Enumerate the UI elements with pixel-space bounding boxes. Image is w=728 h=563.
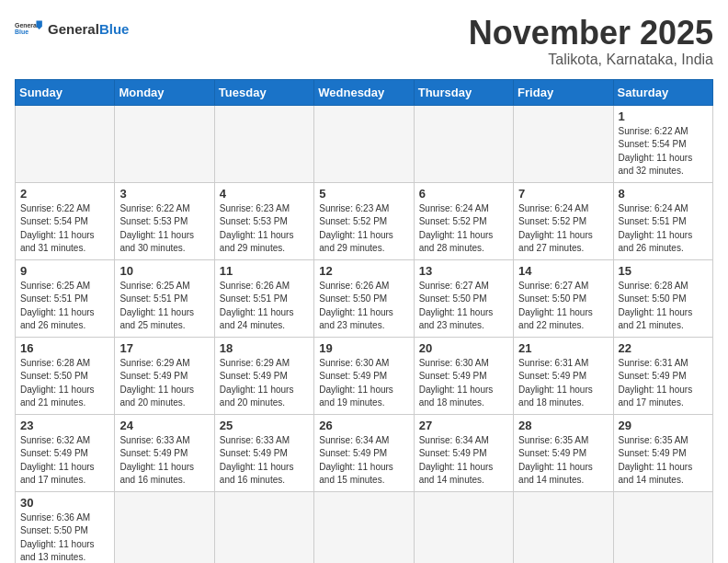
day-info: Sunrise: 6:32 AM Sunset: 5:49 PM Dayligh… [20,434,109,488]
day-info: Sunrise: 6:34 AM Sunset: 5:49 PM Dayligh… [319,434,408,488]
table-row: 23Sunrise: 6:32 AM Sunset: 5:49 PM Dayli… [16,414,115,491]
table-row [214,105,313,182]
day-info: Sunrise: 6:22 AM Sunset: 5:54 PM Dayligh… [619,125,708,178]
day-number: 17 [119,341,209,355]
table-row: 19Sunrise: 6:30 AM Sunset: 5:49 PM Dayli… [314,337,414,414]
day-number: 14 [518,264,608,278]
table-row: 7Sunrise: 6:24 AM Sunset: 5:52 PM Daylig… [514,182,613,259]
day-info: Sunrise: 6:26 AM Sunset: 5:51 PM Dayligh… [220,280,309,333]
logo-icon: GeneralBlue [15,15,44,44]
day-info: Sunrise: 6:31 AM Sunset: 5:49 PM Dayligh… [619,357,708,410]
table-row: 25Sunrise: 6:33 AM Sunset: 5:49 PM Dayli… [214,414,313,491]
day-info: Sunrise: 6:30 AM Sunset: 5:49 PM Dayligh… [419,357,508,410]
calendar-row: 16Sunrise: 6:28 AM Sunset: 5:50 PM Dayli… [16,337,713,414]
table-row: 12Sunrise: 6:26 AM Sunset: 5:50 PM Dayli… [314,259,414,337]
header-wednesday: Wednesday [314,79,414,105]
table-row: 22Sunrise: 6:31 AM Sunset: 5:49 PM Dayli… [613,337,712,414]
day-info: Sunrise: 6:26 AM Sunset: 5:50 PM Dayligh… [319,280,408,333]
day-number: 29 [619,419,708,432]
table-row: 24Sunrise: 6:33 AM Sunset: 5:49 PM Dayli… [115,414,214,491]
day-number: 19 [319,341,408,355]
day-info: Sunrise: 6:25 AM Sunset: 5:51 PM Dayligh… [119,280,209,333]
table-row: 3Sunrise: 6:22 AM Sunset: 5:53 PM Daylig… [115,182,214,259]
table-row: 14Sunrise: 6:27 AM Sunset: 5:50 PM Dayli… [514,259,613,337]
day-number: 9 [20,264,109,278]
header-saturday: Saturday [613,79,712,105]
day-info: Sunrise: 6:27 AM Sunset: 5:50 PM Dayligh… [419,280,508,333]
day-number: 8 [619,187,708,201]
day-info: Sunrise: 6:23 AM Sunset: 5:53 PM Dayligh… [220,202,309,256]
table-row [115,491,214,563]
logo-blue: Blue [99,21,130,37]
table-row: 27Sunrise: 6:34 AM Sunset: 5:49 PM Dayli… [414,414,513,491]
day-number: 5 [319,187,408,201]
table-row: 20Sunrise: 6:30 AM Sunset: 5:49 PM Dayli… [414,337,513,414]
day-number: 20 [419,341,508,355]
title-area: November 2025 Talikota, Karnataka, India [469,15,713,68]
table-row [613,491,712,563]
table-row: 6Sunrise: 6:24 AM Sunset: 5:52 PM Daylig… [414,182,513,259]
table-row [514,105,613,182]
day-number: 16 [20,341,109,355]
table-row: 5Sunrise: 6:23 AM Sunset: 5:52 PM Daylig… [314,182,414,259]
header-monday: Monday [115,79,214,105]
day-number: 25 [220,419,309,432]
day-info: Sunrise: 6:25 AM Sunset: 5:51 PM Dayligh… [20,280,109,333]
table-row: 17Sunrise: 6:29 AM Sunset: 5:49 PM Dayli… [115,337,214,414]
day-info: Sunrise: 6:29 AM Sunset: 5:49 PM Dayligh… [119,357,209,410]
day-info: Sunrise: 6:24 AM Sunset: 5:52 PM Dayligh… [419,202,508,256]
day-number: 30 [20,496,109,510]
day-info: Sunrise: 6:22 AM Sunset: 5:54 PM Dayligh… [20,202,109,256]
header-row: Sunday Monday Tuesday Wednesday Thursday… [16,79,713,105]
header-tuesday: Tuesday [214,79,313,105]
header-thursday: Thursday [414,79,513,105]
table-row: 30Sunrise: 6:36 AM Sunset: 5:50 PM Dayli… [16,491,115,563]
day-number: 23 [20,419,109,432]
calendar-row: 1Sunrise: 6:22 AM Sunset: 5:54 PM Daylig… [16,105,713,182]
table-row: 18Sunrise: 6:29 AM Sunset: 5:49 PM Dayli… [214,337,313,414]
table-row: 11Sunrise: 6:26 AM Sunset: 5:51 PM Dayli… [214,259,313,337]
calendar-row: 9Sunrise: 6:25 AM Sunset: 5:51 PM Daylig… [16,259,713,337]
table-row: 13Sunrise: 6:27 AM Sunset: 5:50 PM Dayli… [414,259,513,337]
day-info: Sunrise: 6:24 AM Sunset: 5:52 PM Dayligh… [518,202,608,256]
table-row: 16Sunrise: 6:28 AM Sunset: 5:50 PM Dayli… [16,337,115,414]
calendar-row: 23Sunrise: 6:32 AM Sunset: 5:49 PM Dayli… [16,414,713,491]
day-info: Sunrise: 6:30 AM Sunset: 5:49 PM Dayligh… [319,357,408,410]
logo: GeneralBlue GeneralBlue [15,15,129,44]
day-number: 21 [518,341,608,355]
table-row [16,105,115,182]
day-info: Sunrise: 6:35 AM Sunset: 5:49 PM Dayligh… [518,434,608,488]
day-info: Sunrise: 6:28 AM Sunset: 5:50 PM Dayligh… [619,280,708,333]
table-row [314,491,414,563]
day-info: Sunrise: 6:35 AM Sunset: 5:49 PM Dayligh… [619,434,708,488]
day-info: Sunrise: 6:27 AM Sunset: 5:50 PM Dayligh… [518,280,608,333]
table-row: 29Sunrise: 6:35 AM Sunset: 5:49 PM Dayli… [613,414,712,491]
table-row: 9Sunrise: 6:25 AM Sunset: 5:51 PM Daylig… [16,259,115,337]
day-number: 18 [220,341,309,355]
header-friday: Friday [514,79,613,105]
day-number: 1 [619,109,708,123]
day-number: 24 [119,419,209,432]
day-info: Sunrise: 6:24 AM Sunset: 5:51 PM Dayligh… [619,202,708,256]
table-row [214,491,313,563]
day-number: 26 [319,419,408,432]
day-number: 12 [319,264,408,278]
table-row: 15Sunrise: 6:28 AM Sunset: 5:50 PM Dayli… [613,259,712,337]
svg-text:General: General [15,22,39,29]
day-number: 22 [619,341,708,355]
table-row: 4Sunrise: 6:23 AM Sunset: 5:53 PM Daylig… [214,182,313,259]
table-row [115,105,214,182]
table-row [414,105,513,182]
day-info: Sunrise: 6:28 AM Sunset: 5:50 PM Dayligh… [20,357,109,410]
day-info: Sunrise: 6:33 AM Sunset: 5:49 PM Dayligh… [119,434,209,488]
table-row: 2Sunrise: 6:22 AM Sunset: 5:54 PM Daylig… [16,182,115,259]
table-row: 1Sunrise: 6:22 AM Sunset: 5:54 PM Daylig… [613,105,712,182]
page-header: GeneralBlue GeneralBlue November 2025 Ta… [15,15,713,68]
table-row: 10Sunrise: 6:25 AM Sunset: 5:51 PM Dayli… [115,259,214,337]
location-subtitle: Talikota, Karnataka, India [469,52,713,68]
day-number: 2 [20,187,109,201]
header-sunday: Sunday [16,79,115,105]
day-number: 15 [619,264,708,278]
calendar-row: 30Sunrise: 6:36 AM Sunset: 5:50 PM Dayli… [16,491,713,563]
logo-general: General [48,21,99,37]
